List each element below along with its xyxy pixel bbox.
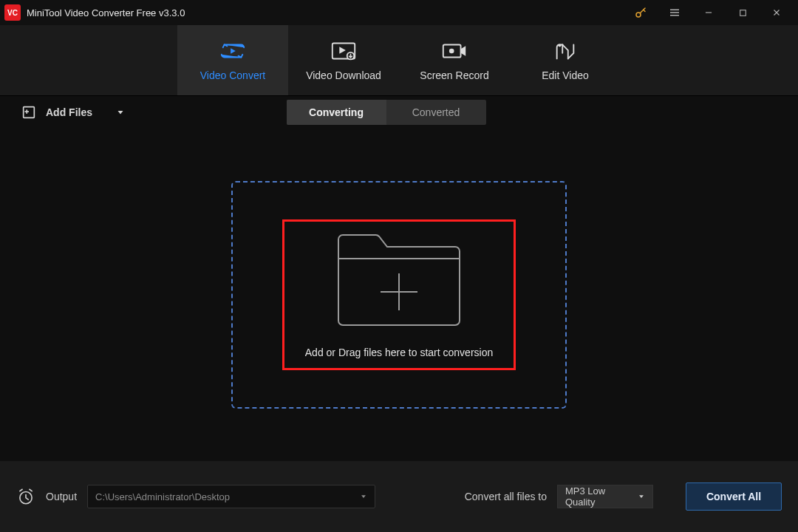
record-icon	[440, 40, 468, 62]
tab-label: Video Download	[306, 69, 381, 81]
convert-icon	[219, 40, 247, 62]
svg-point-14	[559, 44, 562, 47]
key-icon[interactable]	[624, 0, 658, 25]
tab-converted[interactable]: Converted	[386, 100, 486, 125]
svg-marker-23	[361, 495, 366, 498]
svg-marker-24	[639, 495, 644, 498]
tab-converting[interactable]: Converting	[287, 100, 386, 125]
clock-icon[interactable]	[16, 487, 35, 506]
chevron-down-icon	[638, 493, 645, 500]
tab-video-download[interactable]: Video Download	[288, 25, 399, 95]
svg-point-13	[449, 48, 454, 53]
chevron-down-icon	[101, 108, 125, 117]
toolbar: Add Files Converting Converted	[0, 95, 798, 128]
app-title: MiniTool Video Converter Free v3.3.0	[27, 7, 185, 18]
svg-marker-18	[118, 111, 123, 115]
svg-marker-10	[339, 47, 346, 54]
svg-rect-5	[740, 10, 746, 16]
output-path-value: C:\Users\Administrator\Desktop	[95, 491, 360, 502]
chevron-down-icon	[360, 493, 367, 500]
add-files-button[interactable]: Add Files	[21, 104, 125, 120]
add-files-label: Add Files	[46, 106, 92, 118]
titlebar: VC MiniTool Video Converter Free v3.3.0	[0, 0, 798, 25]
tab-video-convert[interactable]: Video Convert	[177, 25, 288, 95]
download-icon	[330, 40, 358, 62]
preset-select[interactable]: MP3 Low Quality	[557, 485, 653, 508]
footer: Output C:\Users\Administrator\Desktop Co…	[0, 461, 798, 532]
folder-plus-icon	[334, 231, 464, 330]
maximize-button[interactable]	[726, 0, 760, 25]
close-button[interactable]	[760, 0, 794, 25]
main-nav: Video Convert Video Download Screen Reco…	[0, 25, 798, 95]
convert-status-tabs: Converting Converted	[287, 100, 486, 125]
svg-marker-8	[231, 48, 236, 54]
dropzone-highlight[interactable]: Add or Drag files here to start conversi…	[282, 219, 516, 370]
app-logo: VC	[4, 4, 21, 21]
edit-icon	[553, 40, 578, 62]
preset-value: MP3 Low Quality	[565, 485, 632, 508]
add-file-icon	[21, 104, 37, 120]
tab-label: Video Convert	[200, 69, 265, 81]
main-area: Add or Drag files here to start conversi…	[0, 128, 798, 461]
svg-rect-15	[24, 106, 35, 117]
convert-all-button[interactable]: Convert All	[686, 482, 782, 511]
tab-screen-record[interactable]: Screen Record	[399, 25, 510, 95]
convert-to-label: Convert all files to	[465, 491, 547, 502]
dropzone-caption: Add or Drag files here to start conversi…	[305, 347, 493, 358]
tab-label: Screen Record	[420, 69, 488, 81]
tab-edit-video[interactable]: Edit Video	[510, 25, 621, 95]
output-path-field[interactable]: C:\Users\Administrator\Desktop	[87, 485, 375, 508]
output-label: Output	[46, 491, 77, 502]
tab-label: Edit Video	[542, 69, 589, 81]
minimize-button[interactable]	[692, 0, 726, 25]
menu-icon[interactable]	[658, 0, 692, 25]
dropzone[interactable]: Add or Drag files here to start conversi…	[231, 181, 567, 409]
